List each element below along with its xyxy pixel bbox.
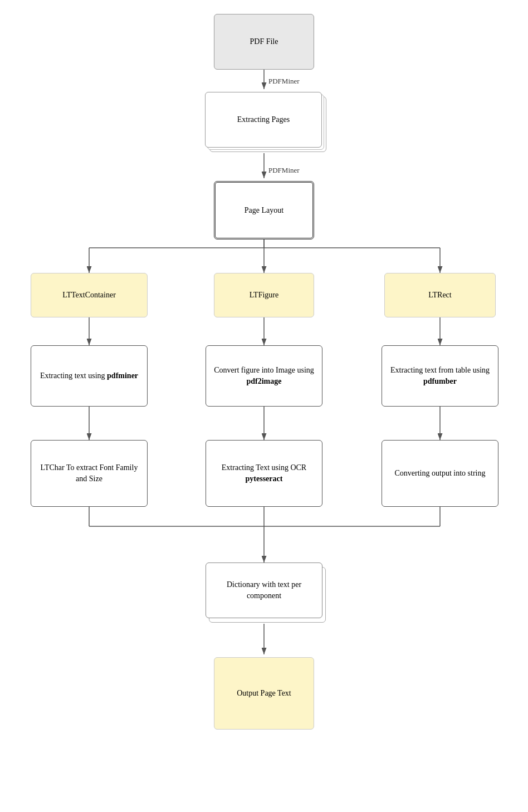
dictionary-label: Dictionary with text per component xyxy=(211,579,317,601)
lt-text-container-box: LTTextContainer xyxy=(31,273,148,317)
convert-figure-label: Convert figure into Image using pdf2imag… xyxy=(213,365,315,387)
lt-figure-label: LTFigure xyxy=(250,290,278,301)
page-layout-box: Page Layout xyxy=(214,181,314,239)
lt-rect-box: LTRect xyxy=(384,273,496,317)
pdf-file-label: PDF File xyxy=(250,36,278,47)
ltchar-box: LTChar To extract Font Family and Size xyxy=(31,440,148,507)
pdf-file-box: PDF File xyxy=(214,14,314,70)
extract-ocr-box: Extracting Text using OCR pytesseract xyxy=(206,440,322,507)
extracting-pages-label: Extracting Pages xyxy=(237,114,290,125)
converting-string-box: Converting output into string xyxy=(382,440,498,507)
ltchar-label: LTChar To extract Font Family and Size xyxy=(38,462,140,484)
pdfminer-label-1: PDFMiner xyxy=(268,77,300,86)
output-page-text-label: Output Page Text xyxy=(237,688,291,699)
extract-ocr-label: Extracting Text using OCR pytesseract xyxy=(213,462,315,484)
extract-text-pdfminer-box: Extracting text using pdfminer xyxy=(31,345,148,407)
diagram: PDF File PDFMiner Extracting Pages PDFMi… xyxy=(0,0,528,812)
page-layout-label: Page Layout xyxy=(245,205,283,216)
extract-text-pdfminer-label: Extracting text using pdfminer xyxy=(40,370,138,381)
lt-text-container-label: LTTextContainer xyxy=(62,290,116,301)
dictionary-stack: Dictionary with text per component xyxy=(206,562,328,624)
lt-figure-box: LTFigure xyxy=(214,273,314,317)
extracting-pages-stack: Extracting Pages xyxy=(205,92,327,153)
convert-figure-box: Convert figure into Image using pdf2imag… xyxy=(206,345,322,407)
output-page-text-box: Output Page Text xyxy=(214,657,314,730)
pdfminer-label-2: PDFMiner xyxy=(268,166,300,175)
lt-rect-label: LTRect xyxy=(428,290,451,301)
converting-string-label: Converting output into string xyxy=(395,468,486,479)
extract-table-box: Extracting text from table using pdfumbe… xyxy=(382,345,498,407)
extract-table-label: Extracting text from table using pdfumbe… xyxy=(389,365,491,387)
